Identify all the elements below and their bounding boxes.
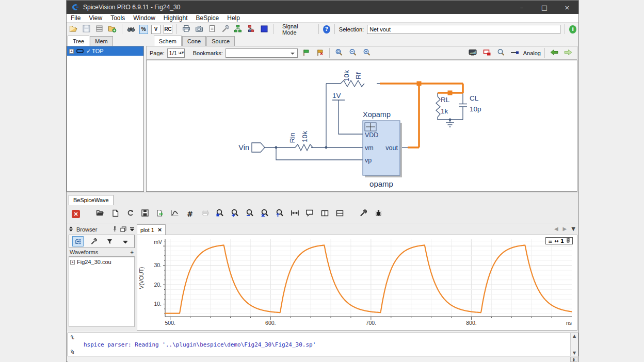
maximize-button[interactable]: □ xyxy=(533,1,556,14)
zoom-selection-button[interactable] xyxy=(215,209,224,219)
voltage-mode-button[interactable]: V xyxy=(151,25,160,34)
schematic-canvas[interactable]: 10k Rf 1V Rin 10k Vin Xopamp VDD vm vp v… xyxy=(146,60,577,192)
export-image-button[interactable] xyxy=(468,47,479,58)
grid-toggle-button[interactable]: # xyxy=(185,209,195,219)
tab-source[interactable]: Source xyxy=(206,36,235,46)
snapshot-button[interactable] xyxy=(194,24,204,35)
bookmarks-combobox[interactable] xyxy=(226,48,298,58)
page-spinner[interactable]: 1/1▲▼ xyxy=(167,48,185,58)
wave-print-button[interactable] xyxy=(200,209,210,219)
notes-button[interactable] xyxy=(207,24,217,35)
spinner-arrows-icon[interactable]: ▲▼ xyxy=(179,52,184,54)
menu-file[interactable]: File xyxy=(67,14,85,22)
menu-highlight[interactable]: Highlight xyxy=(159,14,192,22)
tab-bespicewave[interactable]: BeSpiceWave xyxy=(69,195,114,205)
info-button[interactable]: i xyxy=(569,25,576,34)
collapse-chevron-icon[interactable] xyxy=(130,226,135,233)
color-map-button[interactable] xyxy=(259,24,269,35)
rc-mode-button[interactable]: RC xyxy=(164,25,173,34)
probe-line-button[interactable] xyxy=(509,47,521,58)
file-expand-icon[interactable]: + xyxy=(70,260,75,265)
resistor-rl[interactable] xyxy=(436,96,440,117)
tab-schem[interactable]: Schem xyxy=(154,36,182,46)
console-spinner[interactable]: ▲▼ xyxy=(570,357,577,362)
plot-legend-controls[interactable]: ≡ ↔ 1 xyxy=(545,237,573,244)
region-capture-button[interactable] xyxy=(481,47,493,58)
menu-window[interactable]: Window xyxy=(129,14,159,22)
title-bar[interactable]: SpiceVision PRO 6.9.11 - Fig24_30 – □ × xyxy=(67,1,578,14)
net-hierarchy-button[interactable] xyxy=(246,24,256,35)
scroll-down-icon[interactable]: ▼ xyxy=(573,351,576,355)
browser-menu-chevron[interactable] xyxy=(120,236,131,246)
hierarchy-button[interactable] xyxy=(233,24,243,35)
menu-help[interactable]: Help xyxy=(223,14,244,22)
tree-expand-icon[interactable]: + xyxy=(69,49,74,54)
menu-tools[interactable]: Tools xyxy=(106,14,129,22)
menu-bespice[interactable]: BeSpice xyxy=(192,14,223,22)
menu-view[interactable]: View xyxy=(85,14,106,22)
zoom-fit-button[interactable] xyxy=(333,47,345,58)
console-scrollbar[interactable]: ▲ ▼ xyxy=(570,333,578,356)
report-button[interactable] xyxy=(94,24,104,35)
wave-zoom-out-button[interactable] xyxy=(245,209,254,219)
waveform-file-item[interactable]: + Fig24_30.cou xyxy=(70,259,133,265)
close-plot-icon[interactable]: × xyxy=(157,226,162,233)
wave-reload-button[interactable] xyxy=(125,209,135,219)
tab-cone[interactable]: Cone xyxy=(182,36,206,46)
tab-plot1[interactable]: plot 1 × xyxy=(137,224,166,235)
fit-width-button[interactable] xyxy=(290,209,299,219)
split-columns-button[interactable] xyxy=(320,209,329,219)
back-button[interactable] xyxy=(549,47,560,58)
wave-settings-button[interactable] xyxy=(359,209,368,219)
capacitor-cl[interactable] xyxy=(459,93,467,107)
wave-new-doc-button[interactable] xyxy=(110,209,120,219)
sort-icon[interactable] xyxy=(69,226,73,233)
open-design-button[interactable] xyxy=(69,24,78,35)
add-bookmark-button[interactable] xyxy=(300,47,312,58)
filter-button[interactable] xyxy=(104,236,115,246)
plot-back-icon[interactable]: ◀ xyxy=(554,226,558,232)
zoom-in-button[interactable] xyxy=(361,47,373,58)
help-button[interactable]: ? xyxy=(323,25,330,34)
close-wave-button[interactable]: ✕ xyxy=(72,210,80,218)
waveform-chart[interactable]: 500.600.700.800.10.20.30.mVnsV(VOUT) ≡ ↔… xyxy=(137,235,577,331)
print-button[interactable] xyxy=(181,24,191,35)
percent-mode-button[interactable]: % xyxy=(139,25,149,34)
split-rows-button[interactable] xyxy=(335,209,344,219)
scroll-up-icon[interactable]: ▲ xyxy=(573,334,576,338)
save-button[interactable] xyxy=(82,24,91,35)
zoom-out-button[interactable] xyxy=(347,47,359,58)
browser-settings-button[interactable] xyxy=(88,236,100,246)
settings-button[interactable] xyxy=(220,24,230,35)
curve-display-button[interactable] xyxy=(170,209,180,219)
trash-icon[interactable] xyxy=(566,238,570,244)
tree-item-top[interactable]: + ✓ TOP xyxy=(67,46,143,56)
remove-bookmark-button[interactable] xyxy=(314,47,326,58)
add-waveform-button[interactable]: + xyxy=(131,249,134,255)
tab-tree[interactable]: Tree xyxy=(68,36,89,46)
resistor-rin[interactable] xyxy=(295,144,313,151)
magnifier-button[interactable] xyxy=(495,47,507,58)
signal-mode-button[interactable]: Signal Mode xyxy=(278,22,314,37)
pin-icon[interactable] xyxy=(112,226,117,233)
plot-forward-icon[interactable]: ▶ xyxy=(563,226,567,232)
selection-input[interactable] xyxy=(367,25,560,34)
add-files-button[interactable] xyxy=(107,24,117,35)
debug-button[interactable] xyxy=(374,209,383,219)
float-panel-icon[interactable] xyxy=(120,226,126,233)
wave-open-button[interactable] xyxy=(95,209,105,219)
console-panel[interactable]: % hspice parser: Reading '..\plugin\besp… xyxy=(68,333,578,356)
find-button[interactable] xyxy=(126,24,136,35)
close-button[interactable]: × xyxy=(556,1,578,14)
port-vin[interactable] xyxy=(252,143,265,152)
zoom-fit-x-button[interactable] xyxy=(260,209,269,219)
forward-button[interactable] xyxy=(562,47,574,58)
plot-menu-icon[interactable]: ▼ xyxy=(571,226,575,232)
annotation-button[interactable] xyxy=(305,209,314,219)
zoom-fit-y-button[interactable] xyxy=(275,209,284,219)
minimize-button[interactable]: – xyxy=(510,1,533,14)
wave-zoom-in-button[interactable] xyxy=(230,209,239,219)
wave-save-button[interactable] xyxy=(140,209,150,219)
tab-mem[interactable]: Mem xyxy=(90,36,112,46)
tree-view-button[interactable] xyxy=(72,236,84,246)
